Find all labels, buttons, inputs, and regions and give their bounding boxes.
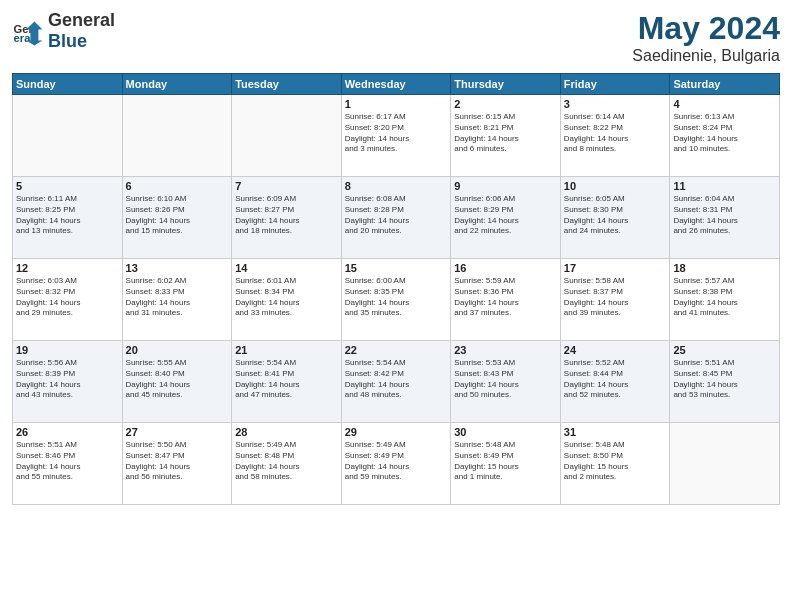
logo-blue: Blue — [48, 31, 87, 51]
day-number: 13 — [126, 262, 229, 274]
day-info: Sunrise: 6:00 AM Sunset: 8:35 PM Dayligh… — [345, 276, 448, 319]
day-number: 31 — [564, 426, 667, 438]
day-info: Sunrise: 6:08 AM Sunset: 8:28 PM Dayligh… — [345, 194, 448, 237]
calendar-cell: 6Sunrise: 6:10 AM Sunset: 8:26 PM Daylig… — [122, 177, 232, 259]
week-row-3: 12Sunrise: 6:03 AM Sunset: 8:32 PM Dayli… — [13, 259, 780, 341]
day-info: Sunrise: 6:10 AM Sunset: 8:26 PM Dayligh… — [126, 194, 229, 237]
day-number: 18 — [673, 262, 776, 274]
calendar-cell: 30Sunrise: 5:48 AM Sunset: 8:49 PM Dayli… — [451, 423, 561, 505]
calendar-cell: 14Sunrise: 6:01 AM Sunset: 8:34 PM Dayli… — [232, 259, 342, 341]
calendar-table: SundayMondayTuesdayWednesdayThursdayFrid… — [12, 73, 780, 505]
calendar-cell: 17Sunrise: 5:58 AM Sunset: 8:37 PM Dayli… — [560, 259, 670, 341]
day-info: Sunrise: 5:48 AM Sunset: 8:49 PM Dayligh… — [454, 440, 557, 483]
day-info: Sunrise: 5:50 AM Sunset: 8:47 PM Dayligh… — [126, 440, 229, 483]
calendar-cell: 26Sunrise: 5:51 AM Sunset: 8:46 PM Dayli… — [13, 423, 123, 505]
week-row-4: 19Sunrise: 5:56 AM Sunset: 8:39 PM Dayli… — [13, 341, 780, 423]
day-number: 10 — [564, 180, 667, 192]
logo: Gen eral General Blue — [12, 10, 115, 52]
weekday-header-saturday: Saturday — [670, 74, 780, 95]
calendar-cell: 20Sunrise: 5:55 AM Sunset: 8:40 PM Dayli… — [122, 341, 232, 423]
day-number: 30 — [454, 426, 557, 438]
calendar-cell: 16Sunrise: 5:59 AM Sunset: 8:36 PM Dayli… — [451, 259, 561, 341]
calendar-cell: 25Sunrise: 5:51 AM Sunset: 8:45 PM Dayli… — [670, 341, 780, 423]
day-info: Sunrise: 5:58 AM Sunset: 8:37 PM Dayligh… — [564, 276, 667, 319]
day-number: 4 — [673, 98, 776, 110]
day-info: Sunrise: 5:49 AM Sunset: 8:49 PM Dayligh… — [345, 440, 448, 483]
calendar-cell: 1Sunrise: 6:17 AM Sunset: 8:20 PM Daylig… — [341, 95, 451, 177]
day-info: Sunrise: 5:49 AM Sunset: 8:48 PM Dayligh… — [235, 440, 338, 483]
day-number: 15 — [345, 262, 448, 274]
day-info: Sunrise: 6:06 AM Sunset: 8:29 PM Dayligh… — [454, 194, 557, 237]
title-block: May 2024 Saedinenie, Bulgaria — [632, 10, 780, 65]
calendar-cell: 29Sunrise: 5:49 AM Sunset: 8:49 PM Dayli… — [341, 423, 451, 505]
calendar-cell: 23Sunrise: 5:53 AM Sunset: 8:43 PM Dayli… — [451, 341, 561, 423]
calendar-container: Gen eral General Blue May 2024 Saedineni… — [0, 0, 792, 515]
month-title: May 2024 — [632, 10, 780, 47]
day-info: Sunrise: 5:59 AM Sunset: 8:36 PM Dayligh… — [454, 276, 557, 319]
day-number: 23 — [454, 344, 557, 356]
day-number: 9 — [454, 180, 557, 192]
calendar-cell: 8Sunrise: 6:08 AM Sunset: 8:28 PM Daylig… — [341, 177, 451, 259]
day-number: 7 — [235, 180, 338, 192]
weekday-header-thursday: Thursday — [451, 74, 561, 95]
calendar-cell — [13, 95, 123, 177]
calendar-cell: 24Sunrise: 5:52 AM Sunset: 8:44 PM Dayli… — [560, 341, 670, 423]
calendar-cell — [122, 95, 232, 177]
day-info: Sunrise: 6:14 AM Sunset: 8:22 PM Dayligh… — [564, 112, 667, 155]
logo-text: General Blue — [48, 10, 115, 52]
weekday-header-monday: Monday — [122, 74, 232, 95]
day-info: Sunrise: 6:13 AM Sunset: 8:24 PM Dayligh… — [673, 112, 776, 155]
day-number: 17 — [564, 262, 667, 274]
day-number: 26 — [16, 426, 119, 438]
day-info: Sunrise: 6:11 AM Sunset: 8:25 PM Dayligh… — [16, 194, 119, 237]
day-info: Sunrise: 5:54 AM Sunset: 8:41 PM Dayligh… — [235, 358, 338, 401]
logo-general: General — [48, 10, 115, 30]
day-info: Sunrise: 6:09 AM Sunset: 8:27 PM Dayligh… — [235, 194, 338, 237]
day-number: 21 — [235, 344, 338, 356]
day-number: 14 — [235, 262, 338, 274]
day-info: Sunrise: 5:51 AM Sunset: 8:46 PM Dayligh… — [16, 440, 119, 483]
day-number: 5 — [16, 180, 119, 192]
calendar-cell: 28Sunrise: 5:49 AM Sunset: 8:48 PM Dayli… — [232, 423, 342, 505]
day-number: 16 — [454, 262, 557, 274]
weekday-header-friday: Friday — [560, 74, 670, 95]
day-info: Sunrise: 6:01 AM Sunset: 8:34 PM Dayligh… — [235, 276, 338, 319]
day-info: Sunrise: 6:17 AM Sunset: 8:20 PM Dayligh… — [345, 112, 448, 155]
day-number: 20 — [126, 344, 229, 356]
day-number: 8 — [345, 180, 448, 192]
day-number: 3 — [564, 98, 667, 110]
weekday-header-tuesday: Tuesday — [232, 74, 342, 95]
calendar-cell: 11Sunrise: 6:04 AM Sunset: 8:31 PM Dayli… — [670, 177, 780, 259]
calendar-cell: 9Sunrise: 6:06 AM Sunset: 8:29 PM Daylig… — [451, 177, 561, 259]
day-info: Sunrise: 5:48 AM Sunset: 8:50 PM Dayligh… — [564, 440, 667, 483]
day-number: 12 — [16, 262, 119, 274]
calendar-cell — [670, 423, 780, 505]
weekday-header-wednesday: Wednesday — [341, 74, 451, 95]
calendar-cell: 10Sunrise: 6:05 AM Sunset: 8:30 PM Dayli… — [560, 177, 670, 259]
calendar-cell: 15Sunrise: 6:00 AM Sunset: 8:35 PM Dayli… — [341, 259, 451, 341]
day-number: 6 — [126, 180, 229, 192]
calendar-cell: 21Sunrise: 5:54 AM Sunset: 8:41 PM Dayli… — [232, 341, 342, 423]
calendar-cell: 19Sunrise: 5:56 AM Sunset: 8:39 PM Dayli… — [13, 341, 123, 423]
calendar-cell: 18Sunrise: 5:57 AM Sunset: 8:38 PM Dayli… — [670, 259, 780, 341]
day-info: Sunrise: 5:53 AM Sunset: 8:43 PM Dayligh… — [454, 358, 557, 401]
day-number: 19 — [16, 344, 119, 356]
day-info: Sunrise: 5:55 AM Sunset: 8:40 PM Dayligh… — [126, 358, 229, 401]
weekday-header-row: SundayMondayTuesdayWednesdayThursdayFrid… — [13, 74, 780, 95]
week-row-1: 1Sunrise: 6:17 AM Sunset: 8:20 PM Daylig… — [13, 95, 780, 177]
day-info: Sunrise: 6:03 AM Sunset: 8:32 PM Dayligh… — [16, 276, 119, 319]
day-number: 2 — [454, 98, 557, 110]
week-row-5: 26Sunrise: 5:51 AM Sunset: 8:46 PM Dayli… — [13, 423, 780, 505]
calendar-cell: 5Sunrise: 6:11 AM Sunset: 8:25 PM Daylig… — [13, 177, 123, 259]
day-info: Sunrise: 6:02 AM Sunset: 8:33 PM Dayligh… — [126, 276, 229, 319]
calendar-cell: 2Sunrise: 6:15 AM Sunset: 8:21 PM Daylig… — [451, 95, 561, 177]
calendar-cell: 13Sunrise: 6:02 AM Sunset: 8:33 PM Dayli… — [122, 259, 232, 341]
calendar-cell: 7Sunrise: 6:09 AM Sunset: 8:27 PM Daylig… — [232, 177, 342, 259]
day-number: 29 — [345, 426, 448, 438]
week-row-2: 5Sunrise: 6:11 AM Sunset: 8:25 PM Daylig… — [13, 177, 780, 259]
logo-icon: Gen eral — [12, 15, 44, 47]
day-info: Sunrise: 6:15 AM Sunset: 8:21 PM Dayligh… — [454, 112, 557, 155]
day-info: Sunrise: 5:52 AM Sunset: 8:44 PM Dayligh… — [564, 358, 667, 401]
header: Gen eral General Blue May 2024 Saedineni… — [12, 10, 780, 65]
day-number: 24 — [564, 344, 667, 356]
